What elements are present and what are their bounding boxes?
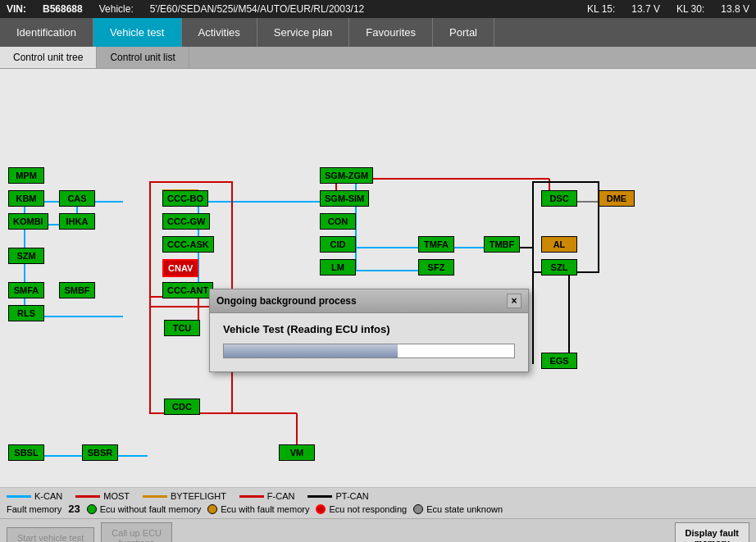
tab-favourites[interactable]: Favourites bbox=[349, 18, 433, 47]
ecu-dme[interactable]: DME bbox=[599, 190, 635, 207]
ecu-tcu[interactable]: TCU bbox=[164, 320, 200, 336]
legend-byteflight: BYTEFLIGHT bbox=[143, 491, 226, 501]
ecu-tmbf[interactable]: TMBF bbox=[484, 236, 520, 253]
main-content: MPM KBM KOMBI SZM SMFA RLS CAS IHKA SMBF… bbox=[0, 69, 756, 487]
ecu-smfa[interactable]: SMFA bbox=[8, 282, 44, 298]
call-up-ecu-button[interactable]: Call up ECUfunctions bbox=[101, 522, 172, 542]
ecu-ccc-ask[interactable]: CCC-ASK bbox=[162, 236, 214, 253]
ecu-con[interactable]: CON bbox=[320, 213, 356, 230]
ecu-kbm[interactable]: KBM bbox=[8, 190, 44, 207]
ecu-sgm-sim[interactable]: SGM-SIM bbox=[320, 190, 369, 207]
vin-label: VIN: bbox=[7, 3, 26, 15]
ecu-szm[interactable]: SZM bbox=[8, 248, 44, 264]
kl15-label: KL 15: bbox=[587, 3, 615, 15]
tab-service-plan[interactable]: Service plan bbox=[257, 18, 350, 47]
gray-dot-icon bbox=[413, 504, 423, 514]
k-can-line bbox=[7, 495, 31, 498]
dialog-message: Vehicle Test (Reading ECU infos) bbox=[223, 323, 515, 335]
ecu-tmfa[interactable]: TMFA bbox=[418, 236, 454, 253]
tab-activities[interactable]: Activities bbox=[182, 18, 257, 47]
subtab-control-unit-list[interactable]: Control unit list bbox=[97, 47, 189, 68]
legend-most: MOST bbox=[75, 491, 130, 501]
vehicle-value: 5'/E60/SEDAN/525i/M54/AUTO/EUR/RL/2003/1… bbox=[150, 3, 365, 15]
ecu-al[interactable]: AL bbox=[541, 236, 577, 253]
ecu-ihka[interactable]: IHKA bbox=[59, 213, 95, 230]
legend-no-fault: Ecu without fault memory bbox=[87, 504, 202, 514]
header: VIN: B568688 Vehicle: 5'/E60/SEDAN/525i/… bbox=[0, 0, 756, 18]
most-label: MOST bbox=[103, 491, 130, 501]
background-process-dialog: Ongoing background process × Vehicle Tes… bbox=[209, 289, 529, 372]
legend-row: K-CAN MOST BYTEFLIGHT F-CAN PT-CAN bbox=[7, 491, 749, 501]
subtab-control-unit-tree[interactable]: Control unit tree bbox=[0, 47, 97, 68]
with-fault-label: Ecu with fault memory bbox=[221, 504, 309, 514]
ecu-ccc-ant[interactable]: CCC-ANT bbox=[162, 282, 213, 298]
dialog-body: Vehicle Test (Reading ECU infos) bbox=[210, 313, 528, 371]
vin-value: B568688 bbox=[43, 3, 83, 15]
red-dot-icon bbox=[316, 504, 326, 514]
green-dot-icon bbox=[87, 504, 97, 514]
progress-bar bbox=[223, 344, 515, 358]
footer: K-CAN MOST BYTEFLIGHT F-CAN PT-CAN Fault… bbox=[0, 487, 756, 518]
ecu-lm[interactable]: LM bbox=[320, 259, 356, 276]
progress-bar-fill bbox=[224, 344, 398, 358]
ecu-kombi[interactable]: KOMBI bbox=[8, 213, 48, 230]
byteflight-label: BYTEFLIGHT bbox=[171, 491, 226, 501]
ecu-ccc-gw[interactable]: CCC-GW bbox=[162, 213, 210, 230]
nav-tabs: Identification Vehicle test Activities S… bbox=[0, 18, 756, 47]
ecu-sbsl[interactable]: SBSL bbox=[8, 444, 44, 461]
pt-can-label: PT-CAN bbox=[335, 491, 368, 501]
ecu-smbf[interactable]: SMBF bbox=[59, 282, 95, 298]
ecu-cid[interactable]: CID bbox=[320, 236, 356, 253]
not-responding-label: Ecu not responding bbox=[329, 504, 407, 514]
ecu-cnav[interactable]: CNAV bbox=[162, 259, 198, 277]
most-line bbox=[75, 495, 100, 498]
legend-k-can: K-CAN bbox=[7, 491, 62, 501]
vehicle-label: Vehicle: bbox=[99, 3, 134, 15]
tab-identification[interactable]: Identification bbox=[0, 18, 93, 47]
legend-pt-can: PT-CAN bbox=[307, 491, 368, 501]
kl30-value: 13.8 V bbox=[721, 3, 749, 15]
fault-label: Fault memory bbox=[7, 504, 61, 514]
yellow-dot-icon bbox=[207, 504, 217, 514]
kl30-label: KL 30: bbox=[676, 3, 704, 15]
f-can-label: F-CAN bbox=[267, 491, 295, 501]
bottom-bar: Start vehicle test Call up ECUfunctions … bbox=[0, 518, 756, 542]
ecu-sfz[interactable]: SFZ bbox=[418, 259, 454, 276]
ecu-mpm[interactable]: MPM bbox=[8, 167, 44, 184]
legend-with-fault: Ecu with fault memory bbox=[207, 504, 309, 514]
ecu-dsc[interactable]: DSC bbox=[541, 190, 577, 207]
ecu-vm[interactable]: VM bbox=[279, 444, 315, 461]
dialog-title: Ongoing background process bbox=[216, 295, 357, 307]
ecu-szl[interactable]: SZL bbox=[541, 259, 577, 276]
ecu-rls[interactable]: RLS bbox=[8, 305, 44, 321]
connections-svg bbox=[0, 69, 756, 487]
ecu-cdc[interactable]: CDC bbox=[164, 399, 200, 415]
kl15-value: 13.7 V bbox=[631, 3, 660, 15]
ecu-cas[interactable]: CAS bbox=[59, 190, 95, 207]
start-vehicle-test-button[interactable]: Start vehicle test bbox=[7, 527, 94, 542]
ecu-sbsr[interactable]: SBSR bbox=[82, 444, 118, 461]
ecu-sgm-zgm[interactable]: SGM-ZGM bbox=[320, 167, 373, 184]
pt-can-line bbox=[307, 495, 332, 498]
ecu-egs[interactable]: EGS bbox=[541, 353, 577, 369]
unknown-label: Ecu state unknown bbox=[426, 504, 503, 514]
f-can-line bbox=[239, 495, 264, 498]
tab-portal[interactable]: Portal bbox=[433, 18, 494, 47]
display-fault-memory-button[interactable]: Display faultmemory bbox=[675, 522, 749, 542]
no-fault-label: Ecu without fault memory bbox=[100, 504, 202, 514]
fault-row: Fault memory 23 Ecu without fault memory… bbox=[7, 503, 749, 515]
dialog-close-button[interactable]: × bbox=[507, 294, 521, 308]
legend-not-responding: Ecu not responding bbox=[316, 504, 407, 514]
ecu-ccc-bo[interactable]: CCC-BO bbox=[162, 190, 208, 207]
byteflight-line bbox=[143, 495, 167, 498]
fault-count: 23 bbox=[68, 503, 80, 515]
k-can-label: K-CAN bbox=[34, 491, 62, 501]
legend-f-can: F-CAN bbox=[239, 491, 295, 501]
tab-vehicle-test[interactable]: Vehicle test bbox=[93, 18, 182, 47]
dialog-titlebar: Ongoing background process × bbox=[210, 289, 528, 313]
legend-unknown: Ecu state unknown bbox=[413, 504, 503, 514]
sub-tabs: Control unit tree Control unit list bbox=[0, 47, 756, 69]
